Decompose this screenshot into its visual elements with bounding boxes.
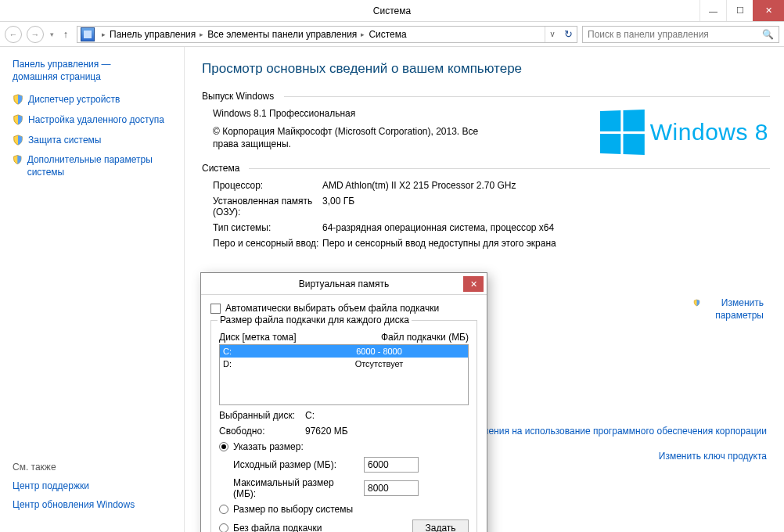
breadcrumb-item[interactable]: Панель управления [110, 29, 196, 40]
value-system-type: 64-разрядная операционная система, проце… [322, 222, 770, 233]
chevron-right-icon: ▸ [101, 31, 106, 38]
sidebar-item-advanced-system[interactable]: Дополнительные параметры системы [13, 154, 176, 178]
group-header: Система [202, 163, 770, 174]
copyright-text: © Корпорация Майкрософт (Microsoft Corpo… [213, 125, 502, 150]
license-agreement-link[interactable]: соглашения на использование программного… [457, 426, 767, 437]
action-center-link[interactable]: Центр поддержки [13, 480, 135, 491]
system-group: Система Процессор:AMD Athlon(tm) II X2 2… [202, 163, 770, 249]
window-title: Система [0, 5, 784, 16]
dialog-titlebar[interactable]: Виртуальная память ✕ [201, 273, 487, 295]
virtual-memory-dialog: Виртуальная память ✕ Автоматически выбир… [200, 272, 487, 532]
close-icon: ✕ [470, 279, 477, 289]
shield-icon [13, 135, 23, 146]
window-titlebar: Система — ☐ ✕ [0, 0, 784, 22]
control-panel-icon [81, 27, 95, 41]
minimize-button[interactable]: — [699, 0, 726, 21]
forward-button[interactable]: → [27, 26, 44, 43]
paging-file-group: Размер файла подкачки для каждого диска … [210, 320, 477, 532]
window-buttons: — ☐ ✕ [699, 0, 784, 21]
label-pen-touch: Перо и сенсорный ввод: [213, 238, 322, 249]
set-button[interactable]: Задать [412, 519, 469, 532]
search-icon: 🔍 [762, 29, 774, 40]
refresh-icon: ↻ [564, 28, 573, 40]
windows-logo: Windows 8 [600, 111, 768, 153]
windows-update-link[interactable]: Центр обновления Windows [13, 499, 135, 510]
group-title: Размер файла подкачки для каждого диска [218, 315, 412, 325]
sidebar-item-system-protection[interactable]: Защита системы [13, 135, 176, 147]
label-free-space: Свободно: [219, 426, 305, 437]
list-item[interactable]: D: Отсутствует [220, 358, 468, 370]
windows-logo-icon [600, 110, 645, 155]
shield-icon [13, 94, 23, 105]
breadcrumb: ▸ Панель управления ▸ Все элементы панел… [98, 29, 545, 40]
history-dropdown[interactable]: ▾ [49, 31, 55, 38]
value-selected-drive: C: [305, 410, 315, 421]
label-processor: Процессор: [213, 180, 322, 191]
close-button[interactable]: ✕ [753, 0, 784, 21]
radio-icon [219, 505, 228, 514]
label-system-type: Тип системы: [213, 222, 322, 233]
change-product-key-link[interactable]: Изменить ключ продукта [659, 451, 767, 462]
label-initial-size: Исходный размер (МБ): [219, 459, 356, 470]
radio-system-managed[interactable]: Размер по выбору системы [219, 504, 469, 515]
value-ram: 3,00 ГБ [322, 196, 770, 217]
arrow-up-icon: ↑ [63, 28, 69, 40]
address-bar-buttons: v ↻ [545, 27, 577, 42]
list-item[interactable]: C: 6000 - 8000 [220, 345, 468, 358]
sidebar-item-remote-settings[interactable]: Настройка удаленного доступа [13, 114, 176, 127]
address-bar[interactable]: ▸ Панель управления ▸ Все элементы панел… [77, 26, 577, 43]
breadcrumb-item[interactable]: Все элементы панели управления [207, 29, 357, 40]
refresh-button[interactable]: ↻ [559, 28, 577, 40]
checkbox-icon [210, 304, 221, 314]
group-header: Выпуск Windows [202, 91, 770, 102]
radio-custom-size[interactable]: Указать размер: [219, 441, 469, 452]
change-settings-link[interactable]: Изменить параметры [693, 297, 764, 322]
initial-size-input[interactable] [364, 457, 419, 473]
shield-icon [13, 154, 23, 165]
shield-icon [693, 297, 700, 308]
auto-manage-checkbox[interactable]: Автоматически выбирать объем файла подка… [210, 303, 477, 314]
chevron-right-icon: ▸ [360, 31, 365, 38]
see-also-section: См. также Центр поддержки Центр обновлен… [13, 462, 135, 518]
sidebar: Панель управления — домашняя страница Ди… [0, 47, 185, 532]
address-dropdown[interactable]: v [545, 30, 559, 38]
radio-icon [219, 442, 228, 451]
breadcrumb-item[interactable]: Система [369, 29, 406, 40]
control-panel-home-link[interactable]: Панель управления — домашняя страница [13, 58, 176, 83]
value-pen-touch: Перо и сенсорный ввод недоступны для это… [322, 238, 770, 249]
label-selected-drive: Выбранный диск: [219, 410, 305, 421]
label-max-size: Максимальный размер (МБ): [219, 477, 356, 499]
search-placeholder: Поиск в панели управления [588, 29, 709, 40]
arrow-left-icon: ← [9, 30, 18, 39]
column-header-disk: Диск [метка тома] [219, 332, 297, 343]
up-button[interactable]: ↑ [59, 28, 72, 40]
dialog-close-button[interactable]: ✕ [463, 276, 484, 292]
sidebar-item-device-manager[interactable]: Диспетчер устройств [13, 94, 176, 106]
chevron-right-icon: ▸ [199, 31, 204, 38]
windows-logo-text: Windows 8 [650, 119, 768, 146]
shield-icon [13, 114, 23, 125]
drive-listbox[interactable]: C: 6000 - 8000 D: Отсутствует [219, 344, 469, 405]
see-also-header: См. также [13, 462, 135, 473]
navigation-toolbar: ← → ▾ ↑ ▸ Панель управления ▸ Все элемен… [0, 22, 784, 47]
page-heading: Просмотр основных сведений о вашем компь… [202, 61, 770, 77]
value-processor: AMD Athlon(tm) II X2 215 Processor 2.70 … [322, 180, 770, 191]
arrow-right-icon: → [31, 30, 40, 39]
maximize-button[interactable]: ☐ [726, 0, 753, 21]
radio-no-paging-file[interactable]: Без файла подкачки [219, 523, 412, 532]
column-header-pagefile: Файл подкачки (МБ) [381, 332, 469, 343]
dialog-title: Виртуальная память [299, 279, 389, 289]
label-ram: Установленная память (ОЗУ): [213, 196, 322, 217]
radio-icon [219, 523, 228, 532]
search-input[interactable]: Поиск в панели управления 🔍 [582, 26, 779, 43]
value-free-space: 97620 МБ [305, 426, 348, 437]
max-size-input[interactable] [364, 480, 419, 496]
back-button[interactable]: ← [5, 26, 22, 43]
